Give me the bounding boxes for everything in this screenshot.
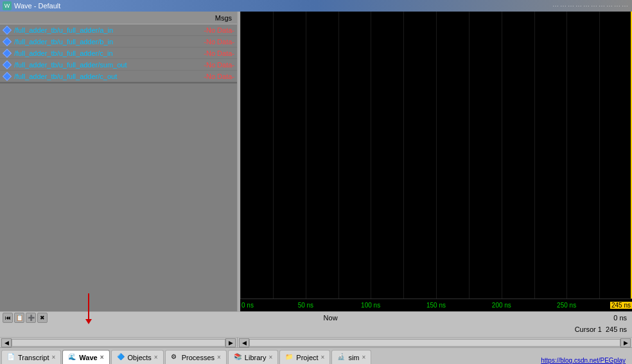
status-icon-4[interactable]: ✖: [37, 313, 48, 323]
tab-bar: 📄Transcript×🌊Wave×🔷Objects×⚙Processes×📚L…: [0, 347, 632, 364]
cursor-time: 245 ns: [606, 325, 629, 333]
wave-area: Msgs /full_adder_tb/u_full_adder/a_in-No…: [0, 12, 632, 311]
wave-scroll-track[interactable]: [249, 339, 620, 347]
tab-close-processes[interactable]: ×: [217, 354, 221, 361]
scroll-left-btn[interactable]: ◀: [1, 338, 12, 347]
status-icon-2[interactable]: 📋: [14, 313, 24, 323]
tab-icon-processes: ⚙: [171, 353, 180, 362]
tab-wave[interactable]: 🌊Wave×: [62, 350, 109, 364]
now-time: 0 ns: [613, 314, 629, 322]
waveform-panel: 0 ns50 ns100 ns150 ns200 ns250 ns245 ns: [240, 12, 632, 311]
tab-transcript[interactable]: 📄Transcript×: [1, 350, 61, 364]
tab-icon-sim: 🔬: [337, 353, 346, 362]
grid-line: [599, 12, 600, 299]
main-container: Msgs /full_adder_tb/u_full_adder/a_in-No…: [0, 12, 632, 364]
signal-row[interactable]: /full_adder_tb/u_full_adder/c_in-No Data…: [0, 48, 237, 59]
tab-icon-project: 📁: [285, 353, 294, 362]
tab-icon-wave: 🌊: [68, 353, 77, 362]
grid-line: [338, 12, 339, 299]
scroll-right-btn[interactable]: ▶: [225, 338, 236, 347]
signal-name: /full_adder_tb/u_full_adder/c_out: [14, 73, 186, 80]
time-tick: 200 ns: [492, 302, 511, 309]
tab-library[interactable]: 📚Library×: [228, 350, 278, 364]
grid-line: [371, 12, 371, 299]
tab-icon-objects: 🔷: [117, 353, 126, 362]
grid-line: [436, 12, 437, 299]
cursor-time-axis-label: 245 ns: [610, 302, 632, 309]
tab-label-processes: Processes: [182, 354, 215, 361]
grid-line: [306, 12, 306, 299]
tab-label-objects: Objects: [128, 354, 152, 361]
tab-close-sim[interactable]: ×: [362, 354, 366, 361]
signal-icon: [3, 72, 12, 81]
tab-sim[interactable]: 🔬sim×: [331, 350, 371, 364]
signal-scrollbar[interactable]: ◀ ▶: [0, 338, 238, 348]
now-label: Now: [324, 314, 338, 322]
status-cursor: Cursor 1 245 ns: [0, 324, 632, 335]
signal-name: /full_adder_tb/u_full_adder/sum_out: [14, 61, 186, 69]
tab-label-project: Project: [296, 354, 318, 361]
tab-close-transcript[interactable]: ×: [52, 354, 56, 361]
signal-value: -No Data-: [186, 38, 237, 46]
time-tick: 100 ns: [361, 302, 380, 309]
tab-label-transcript: Transcript: [18, 354, 49, 361]
signal-header: Msgs: [0, 12, 237, 24]
signal-value: -No Data-: [186, 61, 237, 69]
status-icons: ⏮ 📋 ➕ ✖: [3, 313, 48, 323]
time-tick: 50 ns: [298, 302, 313, 309]
waveform-area[interactable]: [240, 12, 632, 299]
time-axis: 0 ns50 ns100 ns150 ns200 ns250 ns245 ns: [240, 299, 632, 311]
grid-line: [273, 12, 274, 299]
grid-line: [403, 12, 404, 299]
grid-line: [534, 12, 535, 299]
grid-line: [240, 12, 241, 299]
status-icon-1[interactable]: ⏮: [3, 313, 13, 323]
signal-scroll-track[interactable]: [12, 339, 225, 347]
cursor-label: Cursor 1: [575, 325, 602, 333]
status-bar: ⏮ 📋 ➕ ✖ Now 0 ns Cursor 1 245 ns: [0, 311, 632, 337]
grid-line: [566, 12, 567, 299]
signal-panel: Msgs /full_adder_tb/u_full_adder/a_in-No…: [0, 12, 238, 311]
status-top: ⏮ 📋 ➕ ✖ Now 0 ns: [0, 312, 632, 324]
signal-name: /full_adder_tb/u_full_adder/b_in: [14, 38, 186, 46]
tab-processes[interactable]: ⚙Processes×: [165, 350, 227, 364]
tab-close-wave[interactable]: ×: [100, 354, 104, 361]
url-bar[interactable]: https://blog.csdn.net/PEGplay: [541, 357, 631, 364]
signal-name: /full_adder_tb/u_full_adder/a_in: [14, 26, 186, 34]
tab-close-library[interactable]: ×: [268, 354, 272, 361]
time-tick: 0 ns: [241, 302, 254, 309]
grid-line: [502, 12, 502, 299]
signal-divider[interactable]: [0, 82, 237, 83]
msgs-label: Msgs: [215, 14, 232, 22]
tab-close-objects[interactable]: ×: [154, 354, 158, 361]
signal-icon: [3, 60, 12, 69]
grid-line: [469, 12, 470, 299]
signal-name: /full_adder_tb/u_full_adder/c_in: [14, 49, 186, 57]
signal-row[interactable]: /full_adder_tb/u_full_adder/b_in-No Data…: [0, 36, 237, 48]
time-tick: 150 ns: [426, 302, 446, 309]
tab-close-project[interactable]: ×: [321, 354, 325, 361]
wave-scroll-right[interactable]: ▶: [620, 338, 631, 347]
waveform-scrollbar[interactable]: ◀ ▶: [238, 338, 632, 348]
window-title: Wave - Default: [14, 2, 552, 10]
tab-label-sim: sim: [348, 354, 359, 361]
status-icon-3[interactable]: ➕: [26, 313, 36, 323]
wave-scroll-left[interactable]: ◀: [239, 338, 249, 347]
tab-project[interactable]: 📁Project×: [279, 350, 330, 364]
tab-label-library: Library: [245, 354, 267, 361]
signal-value: -No Data-: [186, 26, 237, 34]
signal-value: -No Data-: [186, 49, 237, 57]
tab-objects[interactable]: 🔷Objects×: [111, 350, 164, 364]
red-arrow-indicator: [85, 293, 92, 324]
signal-row[interactable]: /full_adder_tb/u_full_adder/a_in-No Data…: [0, 24, 237, 36]
signal-icon: [3, 49, 12, 58]
signal-list[interactable]: /full_adder_tb/u_full_adder/a_in-No Data…: [0, 24, 237, 311]
app-icon: W: [3, 1, 12, 10]
signal-row[interactable]: /full_adder_tb/u_full_adder/c_out-No Dat…: [0, 71, 237, 82]
tab-icon-library: 📚: [234, 353, 243, 362]
signal-row[interactable]: /full_adder_tb/u_full_adder/sum_out-No D…: [0, 59, 237, 71]
tab-label-wave: Wave: [79, 354, 97, 361]
signal-value: -No Data-: [186, 73, 237, 80]
resize-handle[interactable]: ⋯⋯⋯⋯⋯⋯⋯⋯⋯⋯: [552, 3, 629, 10]
time-tick: 250 ns: [557, 302, 576, 309]
